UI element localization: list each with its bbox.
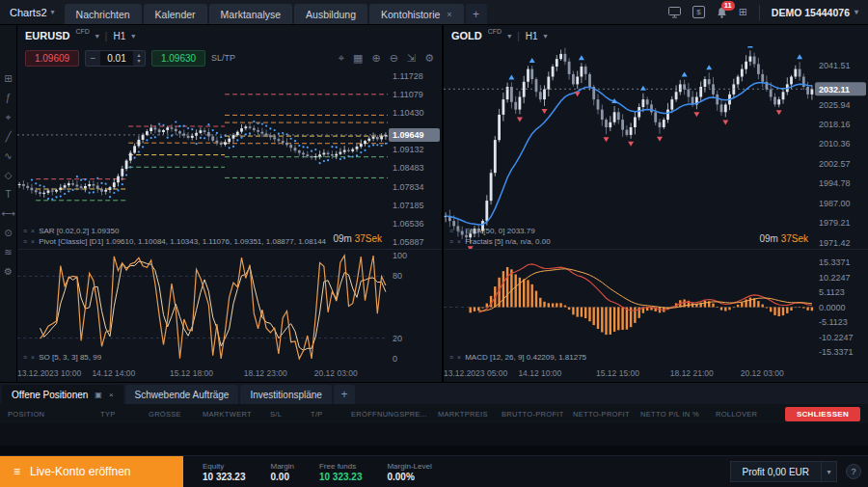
metric-value: 10 323.23 — [319, 472, 363, 482]
eurusd-candle-timer: 09m 37Sek — [333, 233, 382, 244]
indicator-menu-icon[interactable]: ≡ — [23, 238, 27, 245]
buy-button[interactable]: 1.09630 — [151, 50, 205, 67]
indicator-row: ≡×EMA [50, 0] 2033.79 — [449, 227, 551, 235]
settings-icon[interactable]: ⚙ — [424, 52, 434, 65]
positions-tab-investitionspl-ne[interactable]: Investitionspläne — [240, 385, 332, 404]
metric-value: 0.00% — [387, 472, 431, 482]
gold-price-chart[interactable]: 2041.512033.232025.942018.162010.362002.… — [444, 46, 868, 249]
chevron-down-icon[interactable]: ▾ — [507, 32, 511, 41]
popout-icon[interactable]: ▣ — [95, 391, 102, 399]
indicator-close-icon[interactable]: × — [457, 238, 461, 245]
indicator-menu-icon[interactable]: ≡ — [449, 354, 453, 361]
quantity-value[interactable]: 0.01 — [100, 51, 133, 66]
text-tool-icon[interactable]: T — [2, 189, 15, 201]
measure-icon[interactable]: ⟷ — [2, 208, 15, 220]
eurusd-stochastic-pane[interactable]: 10080200 ≡×SO [5, 3, 3] 85, 99 — [17, 249, 442, 365]
eurusd-time-axis: 13.12.2023 10:0014.12 14:0015.12 18:0018… — [17, 365, 388, 382]
gold-macd-pane[interactable]: 15.337110.22475.11230.0000-5.1123-10.224… — [444, 249, 868, 365]
column-header-10: NETTO-PROFIT — [573, 410, 637, 419]
indicator-menu-icon[interactable]: ≡ — [449, 228, 453, 234]
svg-text:2032.11: 2032.11 — [819, 85, 850, 95]
crosshair-icon[interactable]: ⌖ — [2, 112, 15, 123]
topbar-tab-ausbildung[interactable]: Ausbildung — [294, 4, 367, 24]
svg-text:1.11079: 1.11079 — [393, 90, 423, 99]
eurusd-price-chart[interactable]: 1.117281.110791.104301.097811.091321.084… — [17, 69, 442, 249]
time-tick: 20.12 03:00 — [314, 368, 358, 378]
currency-icon[interactable]: $ — [692, 6, 704, 18]
indicator-row: ≡×SO [5, 3, 3] 85, 99 — [23, 353, 101, 362]
chevron-down-icon[interactable]: ▾ — [544, 32, 548, 41]
account-selector[interactable]: DEMO 15444076 ▾ — [772, 7, 858, 18]
indicator-menu-icon[interactable]: ≡ — [449, 238, 453, 245]
chart-toolbar: ⌖ ▦ ⊕ ⊖ ⇲ ⚙ — [339, 52, 434, 65]
zoom-in-icon[interactable]: ⊕ — [371, 52, 380, 65]
indicators-icon[interactable]: ƒ — [2, 93, 15, 104]
workspace-selector[interactable]: Charts2 ▾ — [0, 7, 65, 18]
tab-close-icon[interactable]: × — [447, 10, 451, 19]
sell-button[interactable]: 1.09609 — [25, 50, 79, 67]
quantity-minus-button[interactable]: − — [86, 51, 100, 66]
wave-icon[interactable]: ∿ — [2, 150, 15, 162]
metric-margin-level: Margin-Level0.00% — [387, 461, 431, 482]
symbol-label[interactable]: GOLD — [451, 30, 482, 41]
indicator-menu-icon[interactable]: ≡ — [23, 354, 27, 361]
sltp-label[interactable]: SL/TP — [211, 53, 235, 63]
topbar-tab-nachrichten[interactable]: Nachrichten — [65, 4, 142, 24]
add-tab-button[interactable]: + — [466, 4, 487, 24]
indicator-close-icon[interactable]: × — [31, 238, 35, 245]
svg-text:-10.2247: -10.2247 — [819, 333, 854, 342]
close-all-button[interactable]: SCHLIESSEN — [785, 407, 860, 421]
indicator-close-icon[interactable]: × — [31, 228, 35, 234]
statusbar: ≡ Live-Konto eröffnen Equity10 323.23Mar… — [0, 455, 868, 487]
zoom-out-icon[interactable]: ⊖ — [390, 52, 398, 65]
indicator-menu-icon[interactable]: ≡ — [23, 228, 27, 234]
svg-text:2041.51: 2041.51 — [819, 61, 851, 70]
timeframe-selector[interactable]: H1 — [113, 31, 125, 41]
settings-icon[interactable]: ⚙ — [2, 266, 15, 278]
open-live-account-button[interactable]: ≡ Live-Konto eröffnen — [0, 456, 183, 487]
time-tick: 14.12 10:00 — [518, 368, 561, 378]
apps-icon[interactable]: ⊞ — [2, 73, 15, 85]
timeframe-selector[interactable]: H1 — [526, 31, 538, 41]
trendline-icon[interactable]: ╱ — [2, 131, 15, 143]
positions-tab-schwebende-auftr-ge[interactable]: Schwebende Aufträge — [125, 385, 239, 404]
shapes-icon[interactable]: ◇ — [2, 170, 15, 181]
monitor-icon[interactable] — [668, 7, 681, 18]
svg-text:1.10430: 1.10430 — [393, 108, 424, 118]
cta-label: Live-Konto eröffnen — [30, 465, 131, 478]
topbar-tab-kalender[interactable]: Kalender — [144, 4, 207, 24]
svg-text:1.08483: 1.08483 — [393, 163, 424, 173]
indicator-close-icon[interactable]: × — [31, 354, 35, 361]
crosshair-icon[interactable]: ⌖ — [339, 52, 344, 65]
topbar-tab-kontohistorie[interactable]: Kontohistorie× — [369, 4, 464, 24]
indicator-close-icon[interactable]: × — [457, 354, 461, 361]
panel-gold: GOLD CFD ▾ | H1 ▾ 2041.512033.232025.942… — [444, 25, 868, 382]
chart-canvas[interactable]: 1.117281.110791.104301.097811.091321.084… — [17, 69, 442, 249]
notifications-bell-icon[interactable]: 11 — [717, 7, 727, 18]
positions-add-tab-button[interactable]: + — [334, 385, 355, 404]
chart-canvas[interactable]: 10080200 — [17, 250, 442, 365]
chart-canvas[interactable]: 15.337110.22475.11230.0000-5.1123-10.224… — [444, 250, 868, 365]
tab-close-icon[interactable]: × — [109, 391, 114, 399]
indicator-row: ≡×Pivot [Classic] [D1] 1.09610, 1.10084,… — [23, 237, 326, 246]
quantity-arrows[interactable]: ▴▾ — [133, 51, 145, 66]
time-tick: 13.12.2023 10:00 — [17, 368, 81, 378]
profit-display[interactable]: Profit 0,00 EUR — [730, 461, 822, 482]
topbar-tab-marktanalyse[interactable]: Marktanalyse — [209, 4, 292, 24]
positions-tab-offene-positionen[interactable]: Offene Positionen▣× — [2, 385, 123, 404]
profit-caret-button[interactable]: ▾ — [822, 461, 837, 482]
svg-text:1.11728: 1.11728 — [393, 71, 423, 81]
chevron-down-icon[interactable]: ▾ — [131, 32, 135, 41]
gold-candle-timer: 09m 37Sek — [759, 233, 808, 244]
expand-icon[interactable]: ⇲ — [407, 52, 416, 65]
stepper-down-icon[interactable]: ▾ — [133, 58, 145, 64]
chart-canvas[interactable]: 2041.512033.232025.942018.162010.362002.… — [444, 46, 868, 249]
chart-type-icon[interactable]: ▦ — [353, 52, 363, 65]
target-icon[interactable]: ⊙ — [2, 228, 15, 239]
chevron-down-icon[interactable]: ▾ — [95, 32, 99, 41]
symbol-label[interactable]: EURUSD — [25, 30, 69, 41]
pattern-icon[interactable]: ≋ — [2, 247, 15, 258]
apps-grid-icon[interactable]: ⊞ — [739, 6, 747, 18]
help-button[interactable]: ? — [846, 464, 861, 479]
indicator-close-icon[interactable]: × — [457, 228, 461, 234]
